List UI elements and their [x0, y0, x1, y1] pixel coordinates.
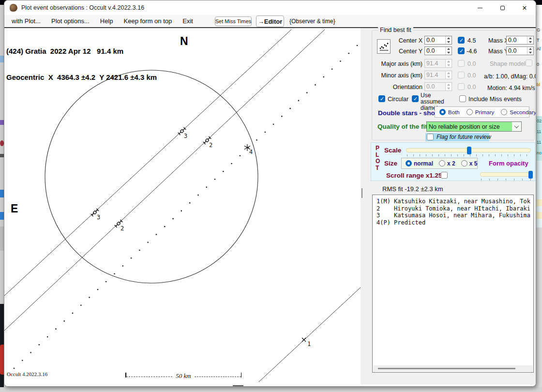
sliver-icon: [0, 226, 4, 251]
plot-horizontal-scrollbar[interactable]: [4, 384, 536, 387]
minor-axis-label: Minor axis (km): [376, 72, 422, 79]
scale-bar: 50 km: [125, 372, 241, 377]
maximize-button[interactable]: [491, 0, 513, 15]
radio-size-x5-label: x 5: [469, 160, 478, 167]
radio-secondary-label: Secondary: [510, 109, 536, 115]
observer-listbox[interactable]: 1(M) Katsuhiko Kitazaki, near Musashino,…: [372, 195, 534, 373]
use-assumed-diameter-checkbox[interactable]: [412, 95, 419, 102]
radio-size-normal-label: normal: [414, 160, 433, 167]
spinner[interactable]: [445, 83, 452, 90]
spinner[interactable]: [445, 60, 452, 67]
observer-row[interactable]: 1(M) Katsuhiko Kitazaki, near Musashino,…: [376, 198, 533, 205]
plot-canvas[interactable]: 122334 (424) Gratia 2022 Apr 12 91.4 km …: [4, 28, 361, 384]
major-axis-label: Major axis (km): [376, 60, 422, 67]
center-y-input[interactable]: 0.0: [424, 46, 452, 55]
sliver-red-shape: [0, 345, 4, 375]
scale-slider-thumb[interactable]: [467, 147, 471, 154]
center-y-label: Center Y: [386, 48, 422, 55]
radio-size-x2[interactable]: [439, 160, 445, 166]
plot-header: (424) Gratia 2022 Apr 12 91.4 km Geocent…: [6, 30, 157, 99]
major-axis-input[interactable]: 91.4: [424, 59, 452, 68]
center-y-fit-checkbox[interactable]: [458, 47, 465, 54]
menu-help[interactable]: Help: [95, 17, 119, 25]
spinner[interactable]: [527, 36, 533, 44]
menu-keep-on-top[interactable]: Keep form on top: [119, 17, 178, 25]
include-miss-events-label: Include Miss events: [468, 96, 522, 103]
orientation-input[interactable]: 0.0: [424, 82, 452, 91]
radio-size-normal[interactable]: [406, 160, 412, 166]
sliver-icon: [0, 56, 4, 62]
menu-plot-options[interactable]: Plot options...: [46, 17, 95, 25]
radio-both[interactable]: [439, 109, 446, 115]
center-x-label: Center X: [386, 37, 422, 44]
scrollbar-thumb[interactable]: [233, 385, 243, 386]
radio-both-label: Both: [448, 109, 460, 115]
shape-model-label: Shape model: [490, 60, 526, 67]
titlebar[interactable]: Plot event observations : Occult v.4.202…: [4, 0, 536, 15]
minor-axis-fit-checkbox[interactable]: [458, 72, 465, 78]
mass-y-input[interactable]: 0.0: [506, 46, 534, 55]
plot-vertical-scrollbar[interactable]: [361, 28, 369, 384]
shape-model-checkbox[interactable]: [526, 60, 532, 66]
major-axis-fit-checkbox[interactable]: [458, 60, 465, 67]
observer-row[interactable]: 2 Hiroyuki Tomioka, near HItachi, Ibarak…: [376, 205, 533, 212]
orientation-fit-checkbox[interactable]: [458, 83, 465, 90]
flag-review-checkbox[interactable]: [427, 134, 434, 140]
quality-of-fit-dropdown[interactable]: No reliable position or size: [426, 121, 522, 132]
svg-text:1: 1: [307, 341, 311, 347]
dropdown-button[interactable]: [512, 122, 521, 131]
spinner[interactable]: [445, 71, 452, 79]
rms-fit-label: RMS fit -19.2 ±2.3 km: [382, 185, 443, 193]
observer-row[interactable]: 4(P) Predicted: [376, 219, 533, 226]
scale-slider[interactable]: [406, 148, 531, 152]
quality-of-fit-value: No reliable position or size: [427, 123, 512, 130]
scrollbar-thumb[interactable]: [361, 188, 362, 198]
menu-with-plot[interactable]: with Plot...: [6, 17, 46, 25]
sliver-text-fragment: 0: [537, 62, 539, 67]
center-y-uncertainty: -4.6: [467, 48, 477, 55]
radio-size-x5[interactable]: [461, 160, 467, 166]
sliver-text-fragment: no: [537, 151, 542, 155]
minor-axis-input[interactable]: 91.4: [424, 71, 452, 79]
scrollbar-thumb[interactable]: [378, 368, 515, 369]
find-best-fit-group: Find best fit Center X 0.0: [372, 30, 535, 140]
double-stars-label: Double stars - show: [378, 109, 440, 117]
control-panel: Find best fit Center X 0.0: [369, 28, 536, 384]
editor-button[interactable]: →Editor: [256, 15, 284, 27]
form-opacity-slider[interactable]: [480, 172, 532, 177]
radio-primary-label: Primary: [475, 109, 495, 115]
form-opacity-slider-thumb[interactable]: [528, 171, 533, 179]
circular-checkbox[interactable]: [378, 95, 385, 102]
scale-label: Scale: [384, 147, 401, 154]
spinner[interactable]: [445, 36, 452, 44]
maximize-icon: [500, 6, 505, 10]
scroll-range-checkbox[interactable]: [441, 172, 448, 179]
chevron-down-icon: [514, 123, 519, 128]
form-opacity-slider-ticks: [481, 179, 531, 181]
menu-exit[interactable]: Exit: [177, 17, 198, 25]
close-button[interactable]: ✕: [513, 0, 536, 15]
listbox-horizontal-scrollbar[interactable]: [373, 365, 533, 372]
mass-x-input[interactable]: 0.0: [506, 36, 534, 45]
credit-label: Occult 4.2022.3.16: [7, 371, 47, 377]
circular-label: Circular: [388, 96, 408, 103]
ab-dmag-label: a/b: 1.00, dMag: 0.00: [484, 73, 536, 80]
radio-size-x2-label: x 2: [447, 160, 455, 167]
spinner[interactable]: [445, 47, 452, 55]
plot-geocentric-line: Geocentric X 4364.3 ±4.2 Y 2421.6 ±4.3 k…: [6, 73, 157, 82]
plot-controls-panel: P L O T Scale Size normal x 2 x 5: [371, 142, 535, 181]
plot-title-line: (424) Gratia 2022 Apr 12 91.4 km: [6, 47, 157, 56]
radio-secondary[interactable]: [501, 109, 507, 115]
radio-primary[interactable]: [467, 109, 473, 115]
flag-review-band: Flag for future review: [425, 133, 489, 141]
center-x-input[interactable]: 0.0: [424, 36, 452, 45]
spinner[interactable]: [527, 47, 533, 55]
close-icon: ✕: [522, 5, 527, 11]
quality-of-fit-label: Quality of the fit: [377, 123, 427, 130]
set-miss-times-button[interactable]: Set Miss Times: [215, 16, 252, 26]
minimize-button[interactable]: [469, 0, 491, 15]
sliver-text-fragment: T: [537, 38, 540, 43]
observer-row[interactable]: 3 Katsumasa Hosoi, near Mihara, Fukushim…: [376, 212, 533, 219]
center-x-fit-checkbox[interactable]: [458, 37, 465, 44]
include-miss-events-checkbox[interactable]: [459, 95, 466, 102]
